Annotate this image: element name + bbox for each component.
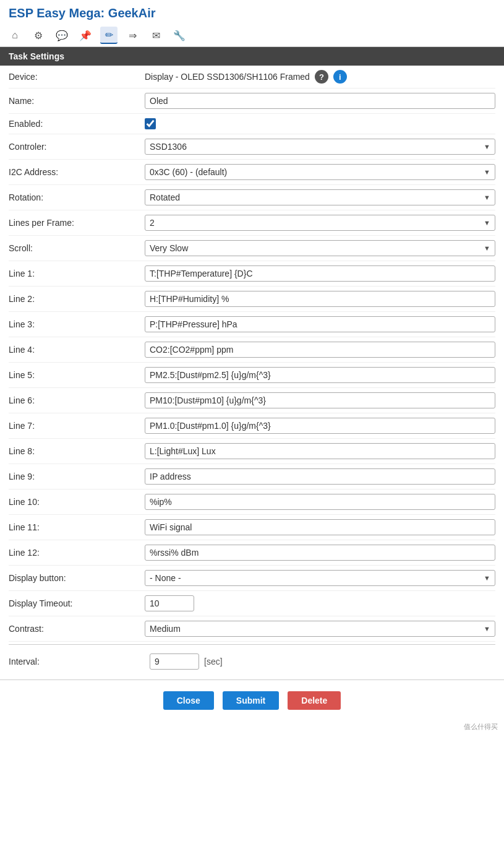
line7-input[interactable] — [145, 418, 495, 434]
line6-input-wrapper — [145, 392, 495, 408]
controller-select[interactable]: SSD1306 SH1106 — [145, 139, 495, 155]
line7-input-wrapper — [145, 418, 495, 434]
display-button-label: Display button: — [9, 573, 145, 583]
contrast-row: Contrast: Low Medium High ▼ — [9, 616, 495, 642]
contrast-select[interactable]: Low Medium High — [145, 621, 495, 637]
pencil-icon[interactable]: ✏ — [100, 27, 117, 44]
name-input-wrapper — [145, 93, 495, 109]
line10-label: Line 10: — [9, 497, 145, 507]
line8-row: Line 8: — [9, 439, 495, 464]
line3-label: Line 3: — [9, 319, 145, 329]
device-value: Display - OLED SSD1306/SH1106 Framed — [145, 72, 310, 82]
lines-select-wrapper: 1 2 3 4 ▼ — [145, 215, 495, 231]
line3-input-wrapper — [145, 316, 495, 332]
help-icon[interactable]: ? — [315, 70, 328, 84]
toolbar: ⌂ ⚙ 💬 📌 ✏ ⇒ ✉ 🔧 — [0, 24, 504, 47]
line8-input[interactable] — [145, 443, 495, 459]
name-row: Name: — [9, 88, 495, 114]
line2-input[interactable] — [145, 291, 495, 307]
line6-input[interactable] — [145, 392, 495, 408]
i2c-label: I2C Address: — [9, 167, 145, 177]
submit-button[interactable]: Submit — [223, 691, 279, 710]
chat-icon[interactable]: 💬 — [53, 27, 70, 44]
line8-input-wrapper — [145, 443, 495, 459]
scroll-row: Scroll: Very Slow Slow Medium Fast ▼ — [9, 236, 495, 261]
line6-label: Line 6: — [9, 395, 145, 405]
line1-row: Line 1: — [9, 261, 495, 287]
line11-input[interactable] — [145, 519, 495, 535]
arrow-icon[interactable]: ⇒ — [124, 27, 141, 44]
enabled-label: Enabled: — [9, 119, 145, 129]
controller-select-wrapper: SSD1306 SH1106 ▼ — [145, 139, 495, 155]
device-row: Device: Display - OLED SSD1306/SH1106 Fr… — [9, 66, 495, 88]
lines-select[interactable]: 1 2 3 4 — [145, 215, 495, 231]
enabled-checkbox[interactable] — [145, 118, 156, 129]
display-timeout-input[interactable] — [145, 595, 194, 611]
close-button[interactable]: Close — [163, 691, 214, 710]
rotation-label: Rotation: — [9, 192, 145, 202]
info-icon[interactable]: i — [333, 70, 347, 84]
line1-label: Line 1: — [9, 269, 145, 278]
line6-row: Line 6: — [9, 388, 495, 413]
line7-label: Line 7: — [9, 421, 145, 431]
display-timeout-label: Display Timeout: — [9, 598, 145, 608]
lines-row: Lines per Frame: 1 2 3 4 ▼ — [9, 210, 495, 236]
interval-row: Interval: [sec] — [9, 645, 495, 673]
button-row: Close Submit Delete — [0, 679, 504, 721]
rotation-select[interactable]: Normal Rotated — [145, 189, 495, 205]
form-body: Device: Display - OLED SSD1306/SH1106 Fr… — [0, 66, 504, 673]
line7-row: Line 7: — [9, 413, 495, 439]
line5-row: Line 5: — [9, 363, 495, 388]
mail-icon[interactable]: ✉ — [147, 27, 164, 44]
i2c-select[interactable]: 0x3C (60) - (default) 0x3D (61) — [145, 164, 495, 180]
name-label: Name: — [9, 96, 145, 106]
i2c-select-wrapper: 0x3C (60) - (default) 0x3D (61) ▼ — [145, 164, 495, 180]
display-button-select[interactable]: - None - — [145, 570, 495, 586]
line9-input-wrapper — [145, 468, 495, 485]
line12-input[interactable] — [145, 545, 495, 561]
line12-label: Line 12: — [9, 548, 145, 558]
gear-icon[interactable]: ⚙ — [30, 27, 47, 44]
line4-input[interactable] — [145, 342, 495, 358]
line4-label: Line 4: — [9, 345, 145, 355]
line2-row: Line 2: — [9, 287, 495, 312]
pin-icon[interactable]: 📌 — [77, 27, 94, 44]
display-button-select-wrapper: - None - ▼ — [145, 570, 495, 586]
section-header: Task Settings — [0, 47, 504, 66]
name-input[interactable] — [145, 93, 495, 109]
line11-label: Line 11: — [9, 522, 145, 532]
app-title: ESP Easy Mega: GeekAir — [0, 0, 504, 24]
wrench-icon[interactable]: 🔧 — [171, 27, 188, 44]
delete-button[interactable]: Delete — [288, 691, 341, 710]
lines-label: Lines per Frame: — [9, 218, 145, 228]
display-timeout-row: Display Timeout: — [9, 591, 495, 616]
device-value-wrapper: Display - OLED SSD1306/SH1106 Framed ? i — [145, 70, 495, 84]
line12-input-wrapper — [145, 545, 495, 561]
line2-label: Line 2: — [9, 294, 145, 304]
line9-row: Line 9: — [9, 464, 495, 490]
line5-input[interactable] — [145, 367, 495, 383]
line11-input-wrapper — [145, 519, 495, 535]
line1-input[interactable] — [145, 265, 495, 282]
line5-input-wrapper — [145, 367, 495, 383]
home-icon[interactable]: ⌂ — [6, 27, 23, 44]
line9-input[interactable] — [145, 468, 495, 485]
interval-input[interactable] — [150, 653, 199, 670]
i2c-row: I2C Address: 0x3C (60) - (default) 0x3D … — [9, 160, 495, 185]
interval-label: Interval: — [9, 657, 145, 666]
line4-row: Line 4: — [9, 337, 495, 363]
enabled-checkbox-wrapper — [145, 118, 495, 129]
line12-row: Line 12: — [9, 540, 495, 566]
contrast-label: Contrast: — [9, 624, 145, 634]
watermark: 值么什得买 — [0, 721, 504, 734]
device-label: Device: — [9, 72, 145, 82]
rotation-select-wrapper: Normal Rotated ▼ — [145, 189, 495, 205]
line10-input[interactable] — [145, 494, 495, 510]
line11-row: Line 11: — [9, 515, 495, 540]
line10-row: Line 10: — [9, 490, 495, 515]
controller-label: Controler: — [9, 142, 145, 152]
line3-input[interactable] — [145, 316, 495, 332]
scroll-select[interactable]: Very Slow Slow Medium Fast — [145, 240, 495, 256]
contrast-select-wrapper: Low Medium High ▼ — [145, 621, 495, 637]
scroll-label: Scroll: — [9, 243, 145, 253]
